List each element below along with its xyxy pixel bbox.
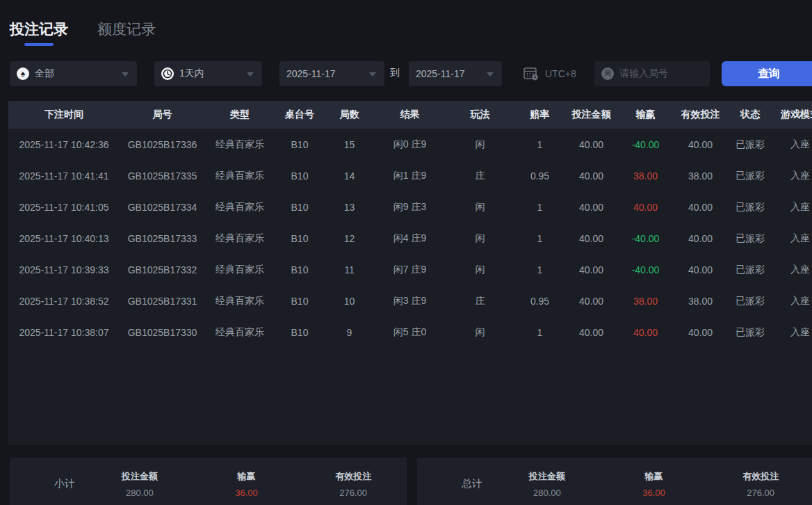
cell-bet_amount: 40.00: [565, 327, 617, 338]
cell-table_no: B10: [275, 327, 325, 338]
column-header-status: 状态: [727, 109, 773, 121]
cell-type: 经典百家乐: [205, 138, 275, 151]
cell-odds: 1: [514, 139, 565, 150]
cell-status: 已派彩: [727, 138, 773, 151]
cell-odds: 1: [514, 327, 565, 338]
cell-mode: 入座: [773, 138, 812, 151]
cell-odds: 1: [514, 264, 565, 275]
chevron-down-icon: [247, 72, 254, 77]
cell-table_no: B10: [275, 233, 325, 244]
tab-quota-records[interactable]: 额度记录: [97, 19, 156, 46]
cell-play: 闲: [446, 264, 514, 276]
column-header-table_no: 桌台号: [275, 109, 325, 121]
table-body: 2025-11-17 10:42:36GB1025B17336经典百家乐B101…: [8, 129, 812, 348]
cell-table_no: B10: [275, 296, 325, 307]
date-from-select[interactable]: 2025-11-17: [279, 61, 384, 86]
cell-time: 2025-11-17 10:38:52: [8, 296, 120, 307]
table-row[interactable]: 2025-11-17 10:40:13GB1025B17333经典百家乐B101…: [8, 223, 812, 254]
cell-round_no: GB1025B17331: [120, 296, 205, 307]
cell-mode: 入座: [773, 326, 812, 339]
column-header-win_loss: 输赢: [617, 109, 674, 121]
chevron-down-icon: [122, 72, 129, 77]
subtotal-win-loss: 输赢 36.00: [193, 469, 300, 498]
column-header-valid_bet: 有效投注: [674, 109, 727, 121]
cell-result: 闲5 庄0: [374, 326, 446, 339]
cell-status: 已派彩: [727, 295, 773, 307]
cell-time: 2025-11-17 10:41:41: [8, 170, 120, 182]
active-tab-underline: [24, 43, 54, 46]
cell-bet_amount: 40.00: [565, 139, 617, 150]
tab-quota-records-label: 额度记录: [97, 21, 156, 37]
time-range-select[interactable]: 1天内: [154, 61, 262, 86]
cell-valid_bet: 40.00: [674, 264, 727, 275]
date-to-value: 2025-11-17: [416, 68, 465, 79]
cell-round_no: GB1025B17332: [120, 264, 205, 275]
subtotal-valid-bet: 有效投注 276.00: [300, 469, 407, 498]
cell-status: 已派彩: [727, 264, 773, 276]
total-stats: 投注金额 280.00 输赢 36.00 有效投注 276.00: [494, 469, 812, 498]
cell-win_loss: -40.00: [617, 264, 674, 275]
cell-round_count: 14: [325, 170, 374, 182]
cell-type: 经典百家乐: [205, 326, 275, 339]
table-row[interactable]: 2025-11-17 10:41:05GB1025B17334经典百家乐B101…: [8, 191, 812, 223]
cell-type: 经典百家乐: [205, 232, 275, 245]
cell-result: 闲9 庄3: [374, 201, 446, 214]
cell-round_count: 15: [325, 139, 374, 150]
cell-bet_amount: 40.00: [565, 202, 617, 213]
cell-round_count: 12: [325, 233, 374, 244]
table-row[interactable]: 2025-11-17 10:38:52GB1025B17331经典百家乐B101…: [8, 285, 812, 316]
bet-records-table: 下注时间局号类型桌台号局数结果玩法赔率投注金额输赢有效投注状态游戏模式 2025…: [8, 101, 812, 445]
table-row[interactable]: 2025-11-17 10:38:07GB1025B17330经典百家乐B109…: [8, 316, 812, 348]
bet-records-app: { "tabs": [ { "label": "投注记录", "active":…: [0, 0, 812, 505]
cell-table_no: B10: [275, 202, 325, 213]
table-row[interactable]: 2025-11-17 10:39:33GB1025B17332经典百家乐B101…: [8, 254, 812, 285]
date-to-select[interactable]: 2025-11-17: [409, 61, 502, 86]
subtotal-panel: 小计 投注金额 280.00 输赢 36.00 有效投注 276.00: [10, 458, 407, 505]
column-header-bet_amount: 投注金额: [565, 109, 617, 121]
tab-bet-records[interactable]: 投注记录: [10, 19, 68, 46]
column-header-result: 结果: [374, 109, 446, 121]
cell-result: 闲4 庄9: [374, 232, 446, 245]
cell-play: 闲: [446, 326, 514, 339]
total-panel: 总计 投注金额 280.00 输赢 36.00 有效投注 276.00: [417, 458, 812, 505]
cell-time: 2025-11-17 10:42:36: [8, 139, 120, 150]
cell-valid_bet: 38.00: [674, 296, 727, 307]
cell-win_loss: 38.00: [617, 296, 674, 307]
cell-status: 已派彩: [727, 326, 773, 339]
column-header-type: 类型: [205, 109, 275, 121]
column-header-round_no: 局号: [120, 109, 205, 121]
cell-round_count: 11: [325, 264, 374, 275]
column-header-mode: 游戏模式: [773, 109, 812, 121]
cell-valid_bet: 40.00: [674, 327, 727, 338]
table-row[interactable]: 2025-11-17 10:41:41GB1025B17335经典百家乐B101…: [8, 160, 812, 191]
cell-play: 闲: [446, 232, 514, 245]
cell-bet_amount: 40.00: [565, 264, 617, 275]
table-header-row: 下注时间局号类型桌台号局数结果玩法赔率投注金额输赢有效投注状态游戏模式: [8, 101, 812, 129]
filter-bar: ♠ 全部 1天内 2025-11-17 到 2025-11-17: [0, 61, 812, 86]
table-row[interactable]: 2025-11-17 10:42:36GB1025B17336经典百家乐B101…: [8, 129, 812, 160]
cell-odds: 1: [514, 233, 565, 244]
cell-time: 2025-11-17 10:38:07: [8, 327, 120, 338]
cell-round_count: 10: [325, 296, 374, 307]
round-number-input[interactable]: 局 请输入局号: [594, 61, 710, 86]
query-button[interactable]: 查询: [722, 61, 812, 86]
cell-mode: 入座: [773, 295, 812, 307]
cell-play: 闲: [446, 138, 514, 151]
cell-valid_bet: 38.00: [674, 170, 727, 182]
cell-result: 闲7 庄9: [374, 264, 446, 276]
timezone-indicator[interactable]: UTC+8: [523, 66, 576, 81]
game-type-select[interactable]: ♠ 全部: [10, 61, 137, 86]
cell-odds: 0.95: [514, 170, 565, 182]
round-icon: 局: [601, 67, 614, 80]
cell-result: 闲0 庄9: [374, 138, 446, 151]
cell-type: 经典百家乐: [205, 264, 275, 276]
subtotal-bet-amount: 投注金额 280.00: [86, 469, 193, 498]
cell-valid_bet: 40.00: [674, 139, 727, 150]
cell-mode: 入座: [773, 170, 812, 182]
cell-time: 2025-11-17 10:39:33: [8, 264, 120, 275]
cell-win_loss: 38.00: [617, 170, 674, 182]
cell-odds: 0.95: [514, 296, 565, 307]
tab-bar: 投注记录 额度记录: [10, 19, 156, 46]
cell-play: 庄: [446, 295, 514, 307]
cell-status: 已派彩: [727, 170, 773, 182]
